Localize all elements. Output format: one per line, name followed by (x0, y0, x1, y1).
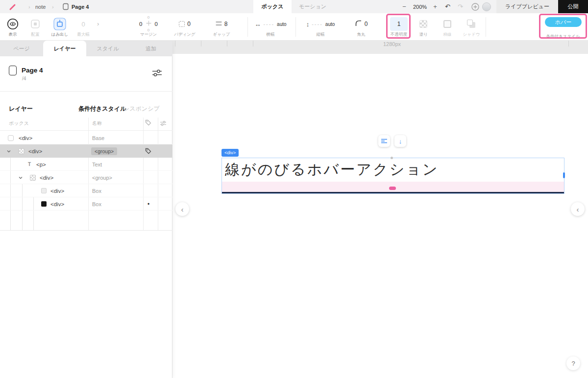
tab-styles[interactable]: スタイル (86, 41, 129, 56)
panel-tab-layers[interactable]: レイヤー (9, 105, 33, 113)
question-icon: ? (571, 360, 575, 367)
align-lines-icon (381, 138, 388, 144)
layer-row-base[interactable]: <div> Base (0, 131, 172, 144)
tab-add[interactable]: 追加 (129, 41, 172, 56)
layer-row-group-selected[interactable]: <div> <group> (0, 144, 172, 158)
height-arrow-icon: ↕ (306, 21, 310, 28)
current-page-icon (9, 66, 17, 75)
resize-handle-right[interactable] (563, 172, 565, 178)
zoom-level[interactable]: 200% (410, 0, 430, 13)
toolbar-expander-chevron[interactable]: › (97, 20, 99, 27)
opacity-control[interactable]: 1 不透明度 (387, 14, 411, 40)
arrange-icon (25, 17, 45, 31)
underline-box[interactable] (222, 192, 564, 193)
transparency-checker-icon (19, 144, 24, 158)
stack-down-button[interactable]: ↓ (394, 135, 406, 147)
width-control[interactable]: ↔ ---- auto 横幅 (249, 14, 292, 40)
layer-name-chip: <group> (91, 147, 117, 155)
prev-page-button[interactable]: ‹ (175, 202, 189, 216)
undo-button[interactable]: ↶ (445, 0, 450, 13)
conditional-dot-marker: • (147, 197, 149, 211)
arrange-control[interactable]: 配置 (25, 14, 45, 40)
layer-checkbox-icon[interactable] (8, 131, 14, 144)
tab-pages[interactable]: ページ (0, 41, 43, 56)
selected-element[interactable]: 線がのびるホバーアクション (221, 158, 564, 194)
width-arrow-icon: ↔ (254, 21, 261, 28)
divider (0, 91, 172, 92)
zoom-in-button[interactable]: + (431, 0, 439, 13)
chevron-down-icon[interactable] (18, 171, 23, 184)
visibility-control[interactable]: 表示 (3, 14, 23, 40)
conditional-tag-icon[interactable] (145, 119, 151, 128)
page-settings-icon[interactable] (152, 69, 162, 79)
breadcrumb-chevron-icon: › (28, 0, 30, 13)
invite-plus-icon[interactable] (471, 0, 479, 13)
toolbar-divider (486, 17, 486, 37)
tab-box[interactable]: ボックス (253, 0, 292, 13)
shadow-control[interactable]: シャドウ (462, 14, 481, 40)
toolbar-divider (247, 17, 248, 37)
toolbar-divider (295, 17, 296, 37)
tab-motion[interactable]: モーション (292, 0, 334, 13)
gap-handle[interactable] (389, 187, 396, 190)
style-toolbar: 表示 配置 はみ出し 0 最大幅 › 0 0 0 0 マージン 0 (0, 13, 588, 41)
opacity-value[interactable]: 1 (390, 17, 408, 31)
page-count: /4 (22, 76, 26, 81)
chevron-down-icon[interactable] (6, 144, 11, 158)
padding-icon (179, 21, 185, 27)
layer-row-box-light[interactable]: <div> Box (0, 184, 172, 197)
conditional-style-label: 条件付きスタイル (540, 34, 586, 40)
radius-control[interactable]: 0 角丸 (347, 14, 375, 40)
layer-row-text[interactable]: T <p> Text (0, 158, 172, 171)
current-page-title[interactable]: Page 4 (22, 67, 43, 74)
overflow-control[interactable]: はみ出し (50, 14, 70, 40)
live-preview-button[interactable]: ライブプレビュー (496, 0, 558, 13)
tab-layers[interactable]: レイヤー (43, 41, 86, 56)
canvas-area[interactable]: 1280px ↓ <div> 線がのびるホバーアクション ‹ ‹ ? (172, 41, 588, 378)
divider (0, 230, 172, 231)
column-header-name: 名称 (92, 120, 102, 127)
fill-checker-icon (419, 20, 427, 28)
help-button[interactable]: ? (566, 356, 580, 370)
shadow-icon (467, 20, 476, 28)
corner-radius-icon (355, 20, 362, 29)
layer-filter-icon[interactable] (160, 119, 167, 128)
publish-button[interactable]: 公開 (558, 0, 588, 13)
ruler-tick (227, 41, 227, 47)
breadcrumb-page[interactable]: Page 4 (72, 0, 89, 13)
chevron-left-icon: ‹ (181, 205, 184, 213)
page-doc-icon (63, 0, 69, 13)
padding-control[interactable]: 0 パディング (167, 14, 203, 40)
element-heading-text[interactable]: 線がのびるホバーアクション (225, 160, 439, 180)
layer-row-group[interactable]: <div> <group> (0, 171, 172, 184)
gap-control[interactable]: 8 ギャップ (206, 14, 237, 40)
margin-cross-icon (146, 21, 151, 27)
layer-row-box-dark[interactable]: <div> Box • (0, 197, 172, 211)
ruler-tick (253, 41, 253, 47)
design-pen-icon[interactable] (9, 0, 17, 13)
selected-element-tag-badge[interactable]: <div> (221, 149, 239, 157)
conditional-style-hover-chip[interactable]: ホバー (545, 17, 582, 27)
avatar[interactable] (482, 0, 491, 13)
conditional-tag-icon[interactable] (145, 144, 151, 158)
fill-control[interactable]: 塗り (414, 14, 433, 40)
divider (0, 130, 172, 131)
maxwidth-control[interactable]: 0 最大幅 (74, 14, 93, 40)
text-type-icon: T (28, 158, 31, 171)
resize-handle-top[interactable] (391, 157, 393, 159)
margin-control[interactable]: 0 0 0 0 マージン (130, 14, 167, 40)
panel-tab-conditional[interactable]: 条件付きスタイル (78, 105, 126, 113)
layout-direction-button[interactable] (378, 135, 390, 147)
border-control[interactable]: 枠線 (438, 14, 457, 40)
left-panel: ページ レイヤー スタイル 追加 Page 4 /4 レイヤー 条件付きスタイル… (0, 41, 172, 378)
transparency-checker-icon (30, 171, 36, 184)
next-page-button[interactable]: ‹ (571, 202, 585, 216)
breadcrumb-chevron-icon: › (52, 0, 54, 13)
page-width-label: 1280px (375, 41, 409, 47)
redo-button[interactable]: ↷ (458, 0, 463, 13)
page-surface[interactable] (172, 54, 588, 378)
height-control[interactable]: ↕ ---- auto 縦幅 (299, 14, 342, 40)
panel-tab-responsive[interactable]: レスポンシブ (123, 105, 160, 113)
zoom-out-button[interactable]: − (400, 0, 409, 13)
breadcrumb-project[interactable]: note (35, 0, 46, 13)
